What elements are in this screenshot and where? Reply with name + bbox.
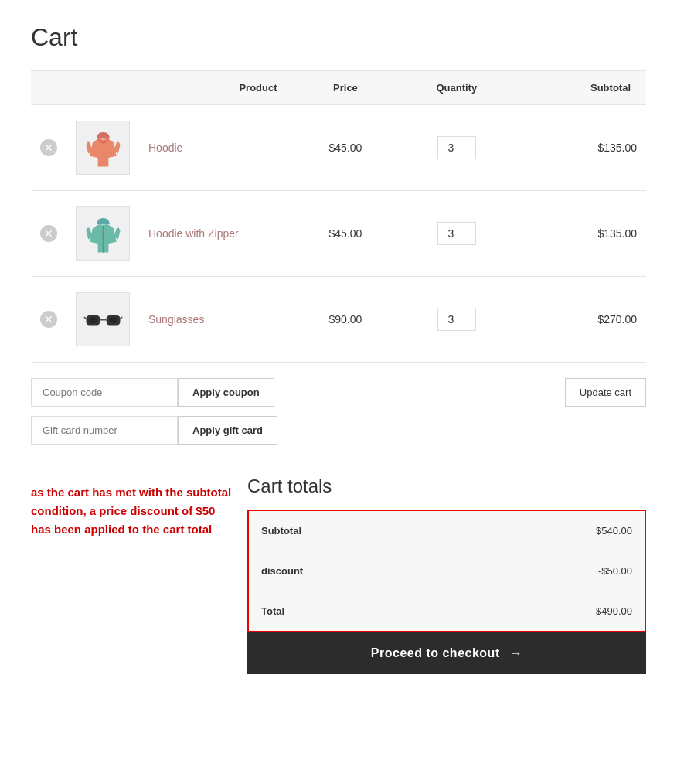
product-price-cell: $45.00 xyxy=(294,191,397,277)
cart-totals-section: Cart totals Subtotal $540.00 discount -$… xyxy=(247,476,646,674)
proceed-to-checkout-button[interactable]: Proceed to checkout → xyxy=(247,632,646,674)
col-header-price: Price xyxy=(294,71,397,105)
product-subtotal-cell: $270.00 xyxy=(516,277,646,363)
coupon-row: Apply coupon Update cart xyxy=(31,378,646,407)
page-title: Cart xyxy=(31,23,646,52)
product-qty-cell xyxy=(397,277,516,363)
remove-cell: ✕ xyxy=(31,277,66,363)
product-name-cell: Hoodie with Zipper xyxy=(139,191,294,277)
total-label: Total xyxy=(248,591,455,632)
discount-label: discount xyxy=(248,551,455,591)
cart-table: Product Price Quantity Subtotal ✕ xyxy=(31,70,646,363)
quantity-input[interactable] xyxy=(437,222,476,245)
product-subtotal-cell: $135.00 xyxy=(516,191,646,277)
remove-cell: ✕ xyxy=(31,105,66,191)
giftcard-input[interactable] xyxy=(31,416,178,445)
table-row: ✕ Hoodie $45.00 xyxy=(31,105,646,191)
discount-row: discount -$50.00 xyxy=(248,551,645,591)
coupon-input[interactable] xyxy=(31,378,178,407)
product-image-cell xyxy=(66,277,139,363)
product-link[interactable]: Hoodie with Zipper xyxy=(148,227,239,240)
product-subtotal-cell: $135.00 xyxy=(516,105,646,191)
quantity-input[interactable] xyxy=(437,308,476,331)
subtotal-label: Subtotal xyxy=(248,510,455,551)
update-cart-button[interactable]: Update cart xyxy=(565,378,646,407)
table-row: ✕ Sunglasses $90.00 xyxy=(31,277,646,363)
product-image xyxy=(76,121,130,175)
apply-giftcard-button[interactable]: Apply gift card xyxy=(178,416,277,445)
product-qty-cell xyxy=(397,105,516,191)
product-qty-cell xyxy=(397,191,516,277)
product-image-cell xyxy=(66,191,139,277)
product-link[interactable]: Hoodie xyxy=(148,141,182,154)
product-name-cell: Sunglasses xyxy=(139,277,294,363)
remove-item-button[interactable]: ✕ xyxy=(40,311,57,328)
giftcard-row: Apply gift card xyxy=(31,416,646,445)
subtotal-value: $540.00 xyxy=(455,510,645,551)
proceed-arrow-icon: → xyxy=(510,646,523,660)
total-row: Total $490.00 xyxy=(248,591,645,632)
remove-cell: ✕ xyxy=(31,191,66,277)
product-link[interactable]: Sunglasses xyxy=(148,313,204,326)
subtotal-row: Subtotal $540.00 xyxy=(248,510,645,551)
annotation-text: as the cart has met with the subtotal co… xyxy=(31,476,232,674)
svg-point-8 xyxy=(88,317,97,323)
product-image-cell xyxy=(66,105,139,191)
remove-item-button[interactable]: ✕ xyxy=(40,225,57,242)
total-value: $490.00 xyxy=(455,591,645,632)
remove-item-button[interactable]: ✕ xyxy=(40,139,57,156)
totals-table: Subtotal $540.00 discount -$50.00 Total … xyxy=(247,510,646,632)
product-image xyxy=(76,292,130,346)
product-image xyxy=(76,206,130,261)
table-row: ✕ Hoodie with Zipper $45.00 xyxy=(31,191,646,277)
svg-point-9 xyxy=(109,317,117,323)
product-price-cell: $90.00 xyxy=(294,277,397,363)
product-name-cell: Hoodie xyxy=(139,105,294,191)
apply-coupon-button[interactable]: Apply coupon xyxy=(178,378,274,407)
cart-totals-title: Cart totals xyxy=(247,476,646,497)
col-header-quantity: Quantity xyxy=(397,71,516,105)
product-price-cell: $45.00 xyxy=(294,105,397,191)
discount-value: -$50.00 xyxy=(455,551,645,591)
bottom-section: as the cart has met with the subtotal co… xyxy=(31,476,646,674)
svg-line-6 xyxy=(83,317,86,319)
quantity-input[interactable] xyxy=(437,136,476,159)
svg-line-7 xyxy=(120,317,122,319)
proceed-label: Proceed to checkout xyxy=(371,646,500,660)
col-header-product: Product xyxy=(139,71,294,105)
col-header-subtotal: Subtotal xyxy=(516,71,646,105)
